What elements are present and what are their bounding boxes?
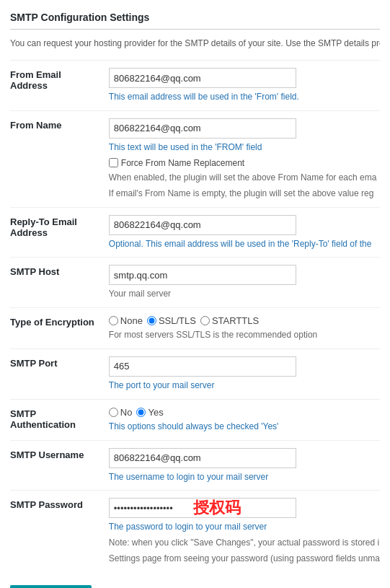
intro-text: You can request your hosting provider fo… xyxy=(10,37,380,50)
encryption-ssltls-radio[interactable] xyxy=(147,316,156,325)
force-from-name-checkbox[interactable] xyxy=(109,158,118,167)
from-name-hint: This text will be used in the 'FROM' fie… xyxy=(109,141,380,154)
from-name-note1: When enabled, the plugin will set the ab… xyxy=(109,171,380,184)
encryption-none-text: None xyxy=(120,315,143,326)
smtp-username-input[interactable] xyxy=(109,448,296,468)
from-name-input[interactable] xyxy=(109,118,296,139)
smtp-password-field: 授权码 The password to login to your mail s… xyxy=(106,491,380,572)
force-from-name-row: Force From Name Replacement xyxy=(109,158,380,168)
smtp-port-input[interactable] xyxy=(109,356,296,377)
smtp-auth-yes-label[interactable]: Yes xyxy=(136,407,163,418)
reply-to-input[interactable] xyxy=(109,215,296,235)
smtp-auth-hint: This options should always be checked 'Y… xyxy=(109,421,380,433)
smtp-password-label: SMTP Password xyxy=(10,491,106,572)
from-email-field: This email address will be used in the '… xyxy=(106,61,380,111)
encryption-hint: For most servers SSL/TLS is the recommen… xyxy=(109,329,380,341)
smtp-auth-no-label[interactable]: No xyxy=(109,407,133,418)
encryption-none-label[interactable]: None xyxy=(109,315,143,326)
smtp-host-label: SMTP Host xyxy=(10,258,106,308)
settings-form: From Email Address This email address wi… xyxy=(10,60,380,572)
smtp-username-label: SMTP Username xyxy=(10,440,106,491)
smtp-username-field: The username to login to your mail serve… xyxy=(106,440,380,491)
smtp-password-hint: The password to login to your mail serve… xyxy=(109,521,380,533)
smtp-username-hint: The username to login to your mail serve… xyxy=(109,471,380,483)
encryption-radio-group: None SSL/TLS STARTTLS xyxy=(109,315,380,326)
reply-to-label: Reply-To Email Address xyxy=(10,207,106,258)
from-name-label: From Name xyxy=(10,110,106,207)
smtp-password-input[interactable] xyxy=(109,498,296,518)
smtp-auth-no-text: No xyxy=(120,407,133,418)
smtp-auth-radio-group: No Yes xyxy=(109,407,380,418)
reply-to-field: Optional. This email address will be use… xyxy=(106,207,380,258)
from-name-note2: If email's From Name is empty, the plugi… xyxy=(109,187,380,200)
smtp-auth-yes-text: Yes xyxy=(148,407,163,418)
smtp-auth-no-radio[interactable] xyxy=(109,408,118,417)
from-email-hint: This email address will be used in the '… xyxy=(109,91,380,103)
page-title: SMTP Configuration Settings xyxy=(10,12,380,30)
smtp-port-field: The port to your mail server xyxy=(106,348,380,399)
encryption-starttls-text: STARTTLS xyxy=(212,315,259,326)
smtp-host-hint: Your mail server xyxy=(109,288,380,300)
smtp-port-label: SMTP Port xyxy=(10,348,106,399)
encryption-ssltls-label[interactable]: SSL/TLS xyxy=(147,315,196,326)
smtp-auth-yes-radio[interactable] xyxy=(136,408,146,417)
smtp-port-hint: The port to your mail server xyxy=(109,379,380,392)
from-email-input[interactable] xyxy=(109,68,296,88)
smtp-host-input[interactable] xyxy=(109,265,296,285)
smtp-auth-field: No Yes This options should always be che… xyxy=(106,399,380,440)
smtp-host-field: Your mail server xyxy=(106,258,380,308)
smtp-password-note1: Note: when you click "Save Changes", you… xyxy=(109,536,380,549)
smtp-password-note2: Settings page from seeing your password … xyxy=(109,552,380,565)
encryption-label: Type of Encryption xyxy=(10,308,106,349)
encryption-starttls-radio[interactable] xyxy=(200,316,210,325)
force-from-name-checkbox-label: Force From Name Replacement xyxy=(121,158,244,168)
save-changes-button[interactable]: Save Changes xyxy=(10,585,92,588)
from-name-field: This text will be used in the 'FROM' fie… xyxy=(106,110,380,207)
reply-to-hint: Optional. This email address will be use… xyxy=(109,238,380,250)
from-email-label: From Email Address xyxy=(10,61,106,111)
encryption-ssltls-text: SSL/TLS xyxy=(159,315,196,326)
encryption-none-radio[interactable] xyxy=(109,316,118,325)
encryption-field: None SSL/TLS STARTTLS For most servers S… xyxy=(106,308,380,349)
encryption-starttls-label[interactable]: STARTTLS xyxy=(200,315,259,326)
smtp-auth-label: SMTP Authentication xyxy=(10,399,106,440)
password-wrapper: 授权码 xyxy=(109,498,296,518)
